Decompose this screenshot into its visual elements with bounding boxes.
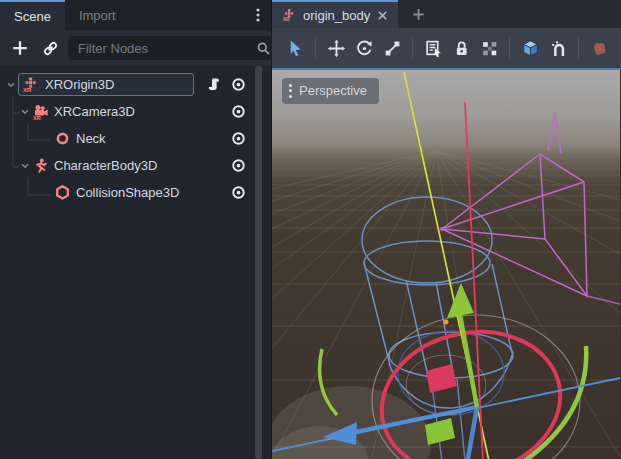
scene-tab-origin-body[interactable]: XR origin_body — [272, 0, 398, 28]
filter-nodes-field[interactable] — [68, 36, 277, 60]
instance-scene-link-icon[interactable] — [38, 36, 62, 60]
close-icon[interactable] — [377, 10, 388, 21]
filter-nodes-input[interactable] — [76, 40, 256, 57]
node-label: XRCamera3D — [54, 104, 135, 119]
collapse-chevron-icon[interactable] — [4, 80, 18, 90]
visibility-eye-icon[interactable] — [231, 77, 246, 92]
move-icon[interactable] — [323, 35, 349, 61]
tree-row-xrorigin3d[interactable]: XR XROrigin3D — [0, 71, 271, 98]
select-arrow-icon[interactable] — [282, 35, 308, 61]
tree-scrollbar[interactable] — [255, 66, 262, 459]
snap-magnet-icon[interactable] — [545, 35, 571, 61]
toolbar-separator — [412, 37, 413, 59]
scrollbar-thumb[interactable] — [255, 66, 262, 459]
node-label: CollisionShape3D — [76, 185, 179, 200]
xr-origin-icon: XR — [22, 76, 39, 93]
tab-scene[interactable]: Scene — [0, 0, 65, 30]
node-label: XROrigin3D — [45, 77, 114, 92]
collapse-chevron-icon[interactable] — [18, 107, 32, 117]
visibility-eye-icon[interactable] — [231, 131, 246, 146]
svg-text:XR: XR — [23, 87, 32, 93]
scene-tabs-bar: XR origin_body — [272, 0, 621, 28]
xr-camera-icon: XR — [32, 103, 49, 120]
svg-text:XR: XR — [283, 17, 290, 22]
scene-tab-label: origin_body — [303, 8, 370, 23]
3d-scene-render — [272, 70, 620, 459]
ring-icon — [54, 130, 71, 147]
orange-marker-dot — [444, 320, 449, 325]
character-body-icon — [32, 157, 49, 174]
view-label: Perspective — [299, 83, 367, 98]
lock-icon[interactable] — [448, 35, 474, 61]
tab-import[interactable]: Import — [65, 0, 130, 30]
main-editor-panel: XR origin_body — [272, 0, 621, 459]
group-icon[interactable] — [476, 35, 502, 61]
visibility-eye-icon[interactable] — [231, 104, 246, 119]
attached-script-icon[interactable] — [207, 77, 222, 92]
node-name-box[interactable]: XR XROrigin3D — [18, 73, 194, 96]
dock-options-kebab-icon[interactable] — [251, 7, 265, 23]
perspective-menu-button[interactable]: Perspective — [282, 78, 379, 104]
add-node-button[interactable] — [8, 36, 32, 60]
tree-row-characterbody3d[interactable]: CharacterBody3D — [0, 152, 271, 179]
toolbar-separator — [509, 37, 510, 59]
scene-dock: Scene Import — [0, 0, 272, 459]
3d-viewport[interactable]: Perspective — [272, 68, 621, 459]
node-label: CharacterBody3D — [54, 158, 157, 173]
scale-icon[interactable] — [379, 35, 405, 61]
add-scene-tab-button[interactable] — [411, 0, 426, 28]
toolbar-separator — [578, 37, 579, 59]
search-icon — [256, 41, 271, 56]
svg-text:XR: XR — [33, 115, 41, 120]
rotate-icon[interactable] — [351, 35, 377, 61]
spatial-editor-toolbar — [272, 28, 621, 68]
node-label: Neck — [76, 131, 106, 146]
tree-row-neck[interactable]: Neck — [0, 125, 271, 152]
scene-tree-toolbar — [0, 30, 271, 66]
tree-row-xrcamera3d[interactable]: XR XRCamera3D — [0, 98, 271, 125]
scene-tree: XR XROrigin3D — [0, 66, 271, 459]
scene-dock-tabbar: Scene Import — [0, 0, 271, 30]
local-space-cube-icon[interactable] — [517, 35, 543, 61]
xr-origin-icon: XR — [282, 8, 296, 22]
collapse-chevron-icon[interactable] — [18, 161, 32, 171]
list-select-icon[interactable] — [420, 35, 446, 61]
visibility-eye-icon[interactable] — [231, 185, 246, 200]
toolbar-separator — [315, 37, 316, 59]
visibility-eye-icon[interactable] — [231, 158, 246, 173]
collision-shape-icon — [54, 184, 71, 201]
clipped-red-icon[interactable] — [586, 35, 612, 61]
view-menu-kebab-icon — [289, 81, 292, 100]
tree-row-collisionshape3d[interactable]: CollisionShape3D — [0, 179, 271, 206]
